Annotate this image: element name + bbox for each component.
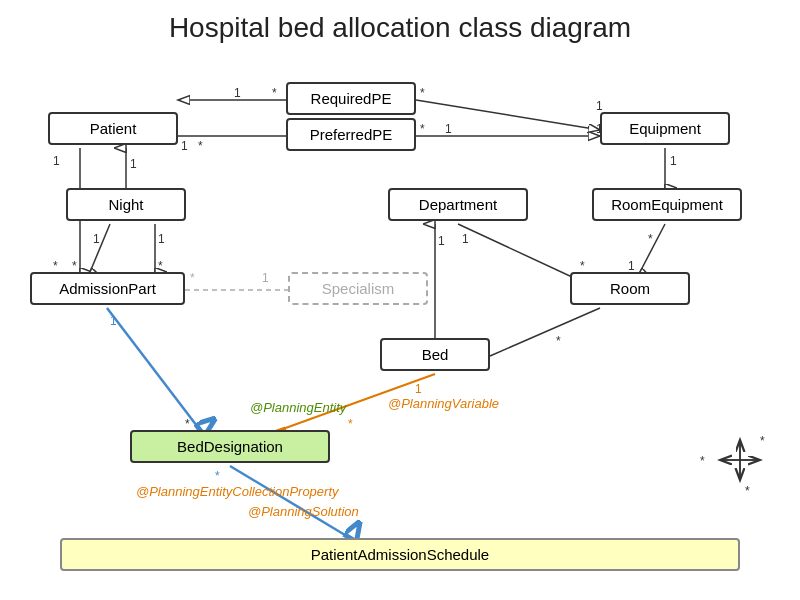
svg-text:*: * <box>72 259 77 273</box>
night-box: Night <box>66 188 186 221</box>
svg-text:*: * <box>190 271 195 285</box>
svg-text:*: * <box>185 417 190 431</box>
svg-line-16 <box>230 466 350 538</box>
room-box: Room <box>570 272 690 305</box>
planning-solution-annotation: @PlanningSolution <box>248 504 359 519</box>
svg-line-1 <box>416 100 600 130</box>
svg-text:1: 1 <box>415 382 422 396</box>
preferred-pe-box: PreferredPE <box>286 118 416 151</box>
svg-text:*: * <box>700 454 705 468</box>
room-equipment-box: RoomEquipment <box>592 188 742 221</box>
svg-text:*: * <box>420 122 425 136</box>
planning-variable-annotation: @PlanningVariable <box>388 396 499 411</box>
svg-text:1: 1 <box>53 154 60 168</box>
required-pe-box: RequiredPE <box>286 82 416 115</box>
specialism-box: Specialism <box>288 272 428 305</box>
svg-text:1: 1 <box>438 234 445 248</box>
bed-box: Bed <box>380 338 490 371</box>
planning-entity-collection-annotation: @PlanningEntityCollectionProperty <box>136 484 339 499</box>
svg-text:1: 1 <box>93 232 100 246</box>
svg-text:*: * <box>348 417 353 431</box>
svg-line-9 <box>640 224 665 272</box>
svg-text:*: * <box>648 232 653 246</box>
svg-text:*: * <box>53 259 58 273</box>
patient-admission-schedule-box: PatientAdmissionSchedule <box>60 538 740 571</box>
svg-text:*: * <box>580 259 585 273</box>
svg-text:*: * <box>745 484 750 498</box>
svg-line-6 <box>90 224 110 272</box>
svg-text:*: * <box>556 334 561 348</box>
svg-text:1: 1 <box>462 232 469 246</box>
admission-part-box: AdmissionPart <box>30 272 185 305</box>
svg-text:1: 1 <box>110 314 117 328</box>
svg-text:*: * <box>158 259 163 273</box>
planning-entity-annotation: @PlanningEntity <box>250 400 346 415</box>
svg-text:1: 1 <box>628 259 635 273</box>
svg-text:1: 1 <box>445 122 452 136</box>
svg-text:1: 1 <box>181 139 188 153</box>
svg-text:*: * <box>272 86 277 100</box>
svg-text:1: 1 <box>262 271 269 285</box>
svg-text:*: * <box>420 86 425 100</box>
patient-box: Patient <box>48 112 178 145</box>
bed-designation-box: BedDesignation <box>130 430 330 463</box>
svg-text:*: * <box>760 434 765 448</box>
svg-text:*: * <box>198 139 203 153</box>
equipment-box: Equipment <box>600 112 730 145</box>
diagram-title: Hospital bed allocation class diagram <box>0 0 800 44</box>
svg-line-11 <box>490 308 600 356</box>
department-box: Department <box>388 188 528 221</box>
svg-line-14 <box>107 308 200 430</box>
svg-text:*: * <box>215 469 220 483</box>
svg-text:1: 1 <box>130 157 137 171</box>
diagram: Hospital bed allocation class diagram <box>0 0 800 600</box>
svg-text:1: 1 <box>596 99 603 113</box>
svg-text:1: 1 <box>670 154 677 168</box>
svg-text:1: 1 <box>234 86 241 100</box>
svg-text:1: 1 <box>158 232 165 246</box>
